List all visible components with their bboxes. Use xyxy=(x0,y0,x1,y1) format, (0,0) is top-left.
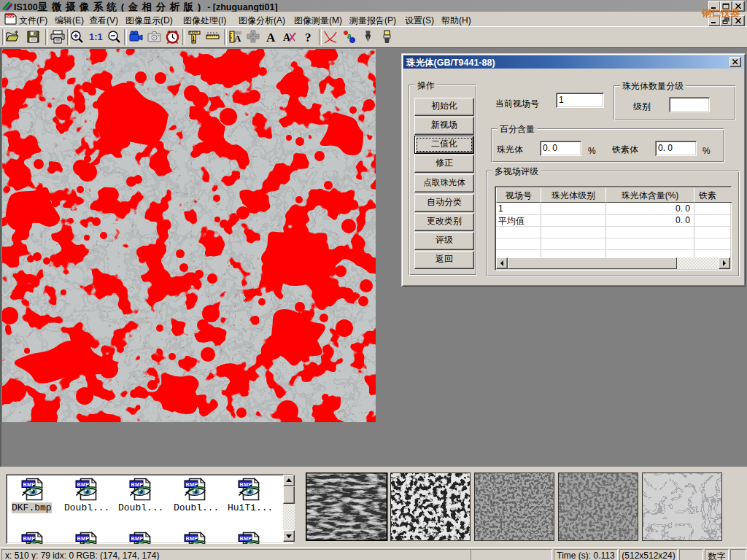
svg-text:DOC: DOC xyxy=(6,15,15,19)
svg-text:A: A xyxy=(234,33,241,44)
svg-text:1:1: 1:1 xyxy=(89,31,103,42)
svg-text:?: ? xyxy=(305,31,311,44)
svg-text:A: A xyxy=(266,31,276,44)
